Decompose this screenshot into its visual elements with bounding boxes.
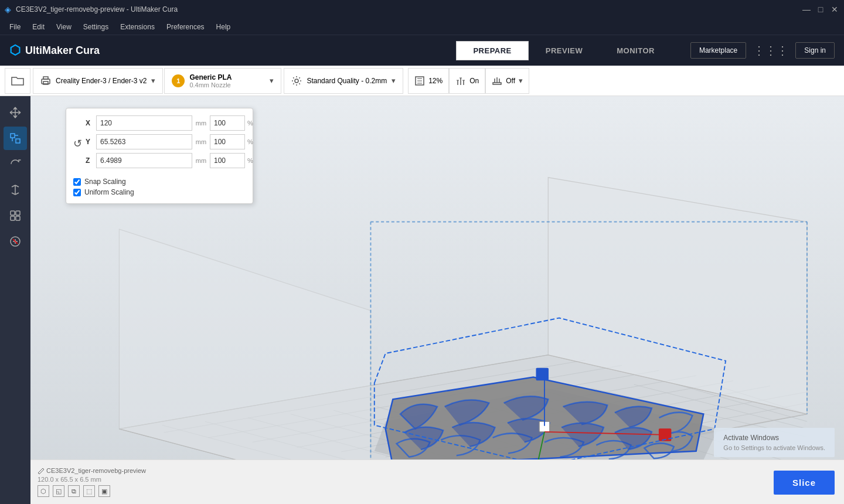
x-label: X [86, 119, 94, 127]
tab-preview[interactable]: PREVIEW [529, 41, 600, 60]
rotate-tool[interactable] [4, 152, 27, 176]
svg-rect-9 [16, 211, 20, 215]
svg-rect-49 [536, 368, 548, 380]
app-logo: ⬡ UltiMaker Cura [9, 43, 100, 58]
obj-icon-4[interactable]: ⬚ [83, 485, 95, 497]
activate-subtitle: Go to Settings to activate Windows. [723, 444, 825, 451]
x-mm-input[interactable] [96, 115, 192, 131]
uniform-scaling-label: Uniform Scaling [84, 188, 134, 196]
obj-icon-3[interactable]: ⧉ [68, 485, 80, 497]
reset-scale-button[interactable]: ↺ [73, 137, 82, 150]
minimize-button[interactable]: — [802, 5, 811, 14]
obj-icon-2[interactable]: ◱ [53, 485, 64, 497]
svg-point-3 [295, 79, 298, 83]
mirror-icon [9, 183, 22, 196]
uniform-scaling-checkbox[interactable] [73, 189, 81, 196]
topnav: ⬡ UltiMaker Cura PREPARE PREVIEW MONITOR… [0, 35, 844, 66]
x-pct-unit: % [247, 120, 254, 127]
support-status: On [469, 77, 479, 85]
material-name: Generic PLA [189, 73, 232, 81]
settings-icon [291, 76, 302, 86]
menu-preferences[interactable]: Preferences [162, 22, 209, 32]
menu-edit[interactable]: Edit [28, 22, 49, 32]
left-sidebar [0, 96, 30, 504]
scale-panel: ↺ X mm % Y mm % [66, 108, 253, 204]
open-folder-button[interactable] [5, 68, 30, 94]
tab-prepare[interactable]: PREPARE [456, 41, 528, 60]
adhesion-dropdown-arrow: ▾ [519, 76, 523, 85]
printer-dropdown-arrow: ▾ [151, 76, 155, 85]
infill-percentage: 12% [428, 77, 443, 85]
snap-scaling-option[interactable]: Snap Scaling [73, 178, 246, 186]
nozzle-size: 0.4mm Nozzle [189, 81, 232, 88]
snap-scaling-checkbox[interactable] [73, 178, 81, 186]
maximize-button[interactable]: □ [816, 5, 825, 14]
x-mm-unit: mm [195, 120, 207, 127]
menu-extensions[interactable]: Extensions [115, 22, 159, 32]
support-tool[interactable] [4, 230, 27, 253]
slice-button[interactable]: Slice [774, 471, 835, 495]
move-icon [9, 106, 22, 119]
topnav-right: Marketplace ⋮⋮⋮ Sign in [690, 42, 835, 59]
quality-dropdown-arrow: ▾ [392, 76, 396, 85]
obj-icon-5[interactable]: ▣ [98, 485, 110, 497]
y-mm-unit: mm [195, 138, 207, 145]
adhesion-status: Off [506, 77, 515, 85]
z-pct-input[interactable] [210, 153, 245, 168]
svg-rect-2 [43, 81, 48, 84]
svg-rect-11 [16, 216, 20, 220]
printer-name: Creality Ender-3 / Ender-3 v2 [56, 77, 147, 85]
menu-settings[interactable]: Settings [79, 22, 113, 32]
y-pct-unit: % [247, 138, 254, 145]
obj-icon-1[interactable]: ⬡ [38, 485, 49, 497]
grid-icon[interactable]: ⋮⋮⋮ [753, 43, 788, 57]
svg-rect-1 [43, 77, 48, 79]
svg-rect-6 [11, 134, 15, 138]
marketplace-sidebar[interactable] [4, 204, 27, 227]
uniform-scaling-option[interactable]: Uniform Scaling [73, 188, 246, 196]
support-selector[interactable]: On [449, 68, 485, 94]
scale-icon [9, 132, 22, 145]
viewport[interactable]: ↺ X mm % Y mm % [30, 96, 844, 504]
menu-view[interactable]: View [52, 22, 76, 32]
toolbar: Creality Ender-3 / Ender-3 v2 ▾ 1 Generi… [0, 66, 844, 96]
material-selector[interactable]: 1 Generic PLA 0.4mm Nozzle ▾ [164, 68, 281, 94]
y-mm-input[interactable] [96, 134, 192, 149]
menubar: File Edit View Settings Extensions Prefe… [0, 19, 844, 35]
logo-icon: ⬡ [9, 43, 21, 58]
scale-z-row: Z mm % [86, 153, 254, 168]
infill-selector[interactable]: 12% [408, 68, 449, 94]
mirror-tool[interactable] [4, 178, 27, 202]
nozzle-badge: 1 [172, 74, 185, 87]
object-dimensions: 120.0 x 65.5 x 6.5 mm [38, 476, 146, 483]
marketplace-icon [9, 209, 22, 222]
quality-selector[interactable]: Standard Quality - 0.2mm ▾ [284, 68, 403, 94]
support-tool-icon [9, 235, 22, 248]
bottom-info-bar: CE3E3V2_tiger-removebg-preview 120.0 x 6… [30, 459, 844, 504]
svg-rect-10 [11, 216, 15, 220]
quality-label: Standard Quality - 0.2mm [307, 77, 387, 85]
move-tool[interactable] [4, 101, 27, 124]
svg-rect-7 [16, 139, 20, 143]
adhesion-selector[interactable]: Off ▾ [485, 68, 529, 94]
menu-help[interactable]: Help [212, 22, 236, 32]
edit-icon [38, 468, 45, 475]
activate-title: Activate Windows [723, 434, 825, 442]
z-mm-input[interactable] [96, 153, 192, 168]
menu-file[interactable]: File [5, 22, 25, 32]
snap-scaling-label: Snap Scaling [84, 178, 126, 186]
marketplace-button[interactable]: Marketplace [690, 42, 746, 59]
close-button[interactable]: ✕ [830, 5, 839, 14]
tab-monitor[interactable]: MONITOR [600, 41, 672, 60]
titlebar: ◈ CE3E3V2_tiger-removebg-preview - UltiM… [0, 0, 844, 19]
printer-icon [40, 76, 51, 86]
z-pct-unit: % [247, 157, 254, 164]
printer-selector[interactable]: Creality Ender-3 / Ender-3 v2 ▾ [33, 68, 163, 94]
scale-options: Snap Scaling Uniform Scaling [73, 178, 246, 196]
scale-tool[interactable] [4, 127, 27, 150]
activate-windows-overlay: Activate Windows Go to Settings to activ… [714, 428, 835, 457]
y-pct-input[interactable] [210, 134, 245, 149]
rotate-icon [9, 158, 22, 171]
signin-button[interactable]: Sign in [795, 42, 835, 59]
x-pct-input[interactable] [210, 115, 245, 131]
